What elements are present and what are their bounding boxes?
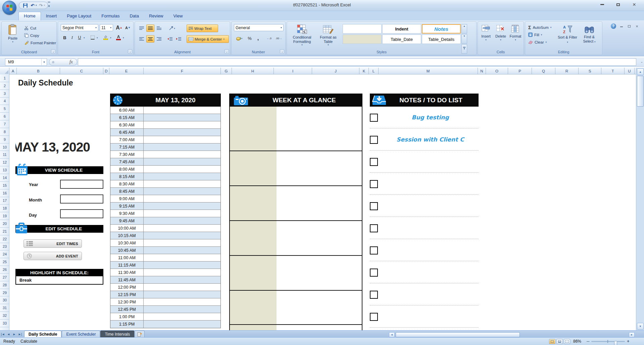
wrap-text-button[interactable]: Wrap Text xyxy=(187,24,218,32)
row-header-4[interactable]: 4 xyxy=(0,98,9,105)
ribbon-tab-formulas[interactable]: Formulas xyxy=(96,12,125,21)
office-button[interactable] xyxy=(2,1,16,15)
row-header-30[interactable]: 30 xyxy=(0,296,9,304)
row-header-13[interactable]: 13 xyxy=(0,166,9,174)
tab-next-icon[interactable]: ► xyxy=(11,331,17,337)
row-header-33[interactable]: 33 xyxy=(0,320,9,327)
font-color-dropdown-icon[interactable]: ▾ xyxy=(123,37,124,39)
todo-checkbox[interactable] xyxy=(370,291,378,299)
sort-filter-button[interactable]: A Z Sort & Filter ▾ xyxy=(557,23,578,48)
row-header-25[interactable]: 25 xyxy=(0,258,9,266)
scroll-down-icon[interactable]: ▼ xyxy=(637,323,644,330)
row-header-7[interactable]: 7 xyxy=(0,120,9,128)
underline-dropdown-icon[interactable]: ▾ xyxy=(84,37,85,39)
zoom-slider[interactable] xyxy=(591,341,625,342)
increase-indent-button[interactable] xyxy=(175,35,183,43)
merge-center-button[interactable]: Merge & Center▾ xyxy=(187,35,229,43)
format-painter-button[interactable]: Format Painter xyxy=(23,39,57,46)
status-calculate[interactable]: Calculate xyxy=(20,339,37,344)
clipboard-dialog-launcher-icon[interactable]: ⌟ xyxy=(51,49,55,54)
month-input[interactable] xyxy=(60,194,103,204)
align-top-button[interactable] xyxy=(138,24,146,32)
paste-button[interactable]: Paste ▾ xyxy=(3,23,22,48)
zoom-out-icon[interactable]: – xyxy=(587,338,589,344)
vertical-scroll-thumb[interactable] xyxy=(637,76,644,107)
align-right-button[interactable] xyxy=(155,35,163,43)
ribbon-tab-review[interactable]: Review xyxy=(144,12,168,21)
workbook-minimize-icon[interactable] xyxy=(619,24,624,28)
scroll-right-icon[interactable]: ► xyxy=(629,332,635,337)
column-header-P[interactable]: P xyxy=(508,68,532,74)
cut-button[interactable]: Cut xyxy=(23,24,37,32)
ribbon-tab-data[interactable]: Data xyxy=(125,12,144,21)
row-header-12[interactable]: 12 xyxy=(0,159,9,166)
alignment-dialog-launcher-icon[interactable]: ⌟ xyxy=(225,49,229,54)
row-header-6[interactable]: 6 xyxy=(0,113,9,120)
format-cells-button[interactable]: Format ▾ xyxy=(508,23,523,48)
horizontal-scroll-thumb[interactable] xyxy=(396,332,520,337)
row-header-18[interactable]: 18 xyxy=(0,205,9,212)
row-header-22[interactable]: 22 xyxy=(0,235,9,243)
name-box[interactable]: M9 ▼ xyxy=(5,58,47,66)
number-format-combo[interactable]: General▾ xyxy=(234,24,284,31)
formula-input[interactable] xyxy=(78,58,636,66)
todo-checkbox[interactable] xyxy=(370,202,378,210)
shrink-font-button[interactable]: A▼ xyxy=(124,24,132,31)
todo-checkbox[interactable] xyxy=(370,246,378,254)
day-input[interactable] xyxy=(60,209,103,218)
column-header-M[interactable]: M xyxy=(379,68,478,74)
close-button[interactable]: × xyxy=(628,1,641,8)
insert-function-button[interactable]: fx xyxy=(49,58,77,66)
column-header-E[interactable]: E xyxy=(109,68,144,74)
tab-first-icon[interactable]: |◄ xyxy=(0,331,6,337)
row-header-21[interactable]: 21 xyxy=(0,228,9,235)
row-header-10[interactable]: 10 xyxy=(0,143,9,151)
delete-cells-button[interactable]: Delete ▾ xyxy=(493,23,508,48)
font-name-combo[interactable]: Segoe Print▾ xyxy=(61,24,98,31)
delete-cells-dropdown-icon[interactable]: ▾ xyxy=(493,39,508,41)
grow-font-button[interactable]: A▲ xyxy=(115,24,123,31)
column-header-K[interactable]: K xyxy=(359,68,369,74)
comma-style-button[interactable]: , xyxy=(254,35,262,42)
column-header-I[interactable]: I xyxy=(274,68,312,74)
style-cell-notes[interactable]: Notes xyxy=(422,24,461,34)
column-header-A[interactable]: A xyxy=(9,68,17,74)
align-center-button[interactable] xyxy=(146,35,154,43)
column-header-J[interactable]: J xyxy=(312,68,359,74)
fill-color-button[interactable] xyxy=(102,34,110,41)
align-bottom-button[interactable] xyxy=(155,24,163,32)
row-header-5[interactable]: 5 xyxy=(0,105,9,113)
row-header-11[interactable]: 11 xyxy=(0,151,9,159)
format-as-table-button[interactable]: Format as Table ▾ xyxy=(316,23,341,48)
style-cell-blank-0[interactable] xyxy=(343,24,382,34)
workbook-close-icon[interactable]: × xyxy=(635,24,639,29)
todo-item-text[interactable]: Bug testing xyxy=(382,114,479,121)
todo-checkbox[interactable] xyxy=(370,136,378,144)
bold-button[interactable]: B xyxy=(61,34,68,41)
fill-button[interactable]: Fill▾ xyxy=(527,31,543,38)
view-page-break-button[interactable] xyxy=(564,339,570,344)
column-header-G[interactable]: G xyxy=(221,68,232,74)
column-header-B[interactable]: B xyxy=(17,68,60,74)
row-header-29[interactable]: 29 xyxy=(0,289,9,297)
row-header-24[interactable]: 24 xyxy=(0,250,9,258)
add-event-button[interactable]: ADD EVENT xyxy=(23,252,82,260)
italic-button[interactable]: I xyxy=(69,34,76,41)
tab-prev-icon[interactable]: ◄ xyxy=(6,331,11,337)
row-header-20[interactable]: 20 xyxy=(0,220,9,228)
font-size-combo[interactable]: 11▾ xyxy=(100,24,113,31)
underline-button[interactable]: U xyxy=(76,34,83,41)
fill-color-dropdown-icon[interactable]: ▾ xyxy=(110,37,111,39)
conditional-formatting-dropdown-icon[interactable]: ▾ xyxy=(289,44,315,46)
row-header-32[interactable]: 32 xyxy=(0,312,9,320)
sheet-tab-time-intervals[interactable]: Time Intervals xyxy=(100,331,134,337)
column-header-U[interactable]: U xyxy=(625,68,635,74)
row-header-31[interactable]: 31 xyxy=(0,304,9,312)
tab-last-icon[interactable]: ►| xyxy=(17,331,23,337)
row-header-27[interactable]: 27 xyxy=(0,274,9,281)
copy-button[interactable]: Copy xyxy=(23,32,40,39)
number-dialog-launcher-icon[interactable]: ⌟ xyxy=(280,49,284,54)
row-header-14[interactable]: 14 xyxy=(0,174,9,182)
column-header-N[interactable]: N xyxy=(478,68,486,74)
row-header-8[interactable]: 8 xyxy=(0,128,9,136)
